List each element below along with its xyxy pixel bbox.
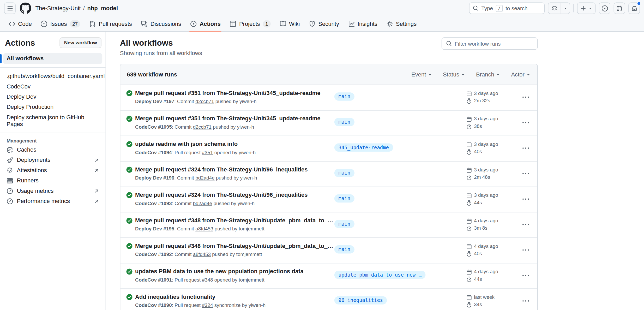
tab-security[interactable]: Security <box>305 16 343 31</box>
tab-insights[interactable]: Insights <box>344 16 381 31</box>
issues-header-button[interactable] <box>599 2 610 14</box>
new-workflow-button[interactable]: New workflow <box>59 37 101 48</box>
run-workflow-name: CodeCov #1093 <box>135 200 172 206</box>
runs-list: Merge pull request #351 from The-Strateg… <box>120 85 537 310</box>
branch-badge[interactable]: main <box>334 194 354 202</box>
workflow-runs-panel: 639 workflow runs Event Status Branch Ac… <box>120 64 538 310</box>
run-title-link[interactable]: Merge pull request #348 from The-Strateg… <box>135 217 334 224</box>
breadcrumb-repo-link[interactable]: nhp_model <box>87 5 118 11</box>
stopwatch-icon <box>466 225 472 231</box>
breadcrumb-org-link[interactable]: The-Strategy-Unit <box>35 5 81 11</box>
calendar-icon <box>466 167 472 173</box>
run-title-link[interactable]: Merge pull request #348 from The-Strateg… <box>135 242 334 250</box>
run-options-button[interactable] <box>521 143 531 153</box>
filter-branch[interactable]: Branch <box>476 71 500 78</box>
tab-actions[interactable]: Actions <box>186 16 224 31</box>
shield-icon <box>309 21 315 27</box>
run-options-button[interactable] <box>521 296 531 306</box>
sidebar-workflow-link[interactable]: .github/workflows/build_container.yaml <box>3 71 103 81</box>
filter-status[interactable]: Status <box>443 71 465 78</box>
runs-count: 639 workflow runs <box>127 71 177 78</box>
tab-settings[interactable]: Settings <box>383 16 420 31</box>
run-duration: 34s <box>474 301 482 308</box>
kebab-icon <box>522 170 529 177</box>
github-logo[interactable] <box>20 2 31 14</box>
kebab-icon <box>522 221 529 228</box>
global-search-input[interactable]: Type / to search <box>469 2 545 14</box>
tab-wiki[interactable]: Wiki <box>276 16 303 31</box>
copilot-menu-caret[interactable] <box>561 3 570 14</box>
sidebar-item-all-workflows[interactable]: All workflows <box>3 53 103 64</box>
create-new-button[interactable] <box>577 2 595 14</box>
inbox-button[interactable] <box>628 2 640 14</box>
run-ref-link[interactable]: #348 <box>202 277 213 283</box>
workflow-run-row: Merge pull request #324 from The-Strateg… <box>120 161 537 187</box>
run-title-link[interactable]: Merge pull request #324 from The-Strateg… <box>135 191 334 199</box>
tab-label: Insights <box>358 21 377 27</box>
github-actions-page: The-Strategy-Unit / nhp_model Type / to … <box>0 0 644 310</box>
sidebar-item-runners[interactable]: Runners <box>3 175 103 186</box>
sidebar-workflow-link[interactable]: Deploy Production <box>3 102 103 112</box>
run-title-link[interactable]: updates PBM data to use the new populati… <box>135 267 334 275</box>
filter-event[interactable]: Event <box>411 71 432 78</box>
run-ref-link[interactable]: a8fd453 <box>195 226 213 232</box>
branch-badge[interactable]: main <box>334 245 354 253</box>
tab-projects[interactable]: Projects 1 <box>226 16 274 31</box>
run-title-link[interactable]: Add inequalities functionality <box>135 293 334 301</box>
run-ref-link[interactable]: #324 <box>202 302 213 308</box>
run-ref-link[interactable]: a8fd453 <box>193 252 211 257</box>
sidebar-item-attestations[interactable]: Attestations <box>3 165 103 175</box>
run-options-button[interactable] <box>521 194 531 204</box>
run-ref-link[interactable]: bd2ad4e <box>195 175 215 181</box>
branch-badge[interactable]: main <box>334 118 354 126</box>
hamburger-menu-button[interactable] <box>4 2 16 14</box>
tab-issues[interactable]: Issues 27 <box>37 16 84 31</box>
sidebar-item-caches[interactable]: Caches <box>3 145 103 155</box>
filter-workflow-runs-input[interactable] <box>455 40 533 47</box>
pull-requests-header-button[interactable] <box>614 2 625 14</box>
run-ref-link[interactable]: bd2ad4e <box>193 200 212 206</box>
branch-badge[interactable]: main <box>334 169 354 177</box>
sidebar-item-deployments[interactable]: Deployments <box>3 155 103 165</box>
run-ref-link[interactable]: d2ccb71 <box>195 99 214 104</box>
sidebar-item-performance-metrics[interactable]: Performance metrics <box>3 196 103 206</box>
run-duration: 40s <box>474 250 482 257</box>
run-options-button[interactable] <box>521 92 531 102</box>
slash-key-hint: / <box>496 5 503 12</box>
tab-code[interactable]: Code <box>5 16 35 31</box>
workflow-run-row: Merge pull request #351 from The-Strateg… <box>120 110 537 136</box>
run-title-link[interactable]: Merge pull request #351 from The-Strateg… <box>135 89 334 97</box>
branch-badge[interactable]: 345_update-readme <box>334 143 393 151</box>
run-options-button[interactable] <box>521 169 531 178</box>
run-options-button[interactable] <box>521 245 531 255</box>
run-ref-link[interactable]: #351 <box>202 150 213 155</box>
branch-badge[interactable]: main <box>334 220 354 228</box>
management-list: Caches Deployments Attestations Runners … <box>3 145 103 206</box>
sidebar-workflow-link[interactable]: CodeCov <box>3 81 103 92</box>
run-title-link[interactable]: Merge pull request #324 from The-Strateg… <box>135 166 334 174</box>
branch-badge[interactable]: update_pbm_data_to_use_new_… <box>334 271 426 279</box>
run-timing: 3 days ago 2m 48s <box>466 166 520 181</box>
run-title-link[interactable]: Merge pull request #351 from The-Strateg… <box>135 115 334 122</box>
filter-actor[interactable]: Actor <box>511 71 531 78</box>
branch-badge[interactable]: 96_inequalities <box>334 296 387 304</box>
filter-workflow-runs-box[interactable] <box>442 37 538 50</box>
tab-pull-requests[interactable]: Pull requests <box>86 16 136 31</box>
run-options-button[interactable] <box>521 220 531 230</box>
branch-badge[interactable]: main <box>334 92 354 100</box>
sidebar-item-usage-metrics[interactable]: Usage metrics <box>3 186 103 196</box>
run-ref-link[interactable]: d2ccb71 <box>193 124 212 130</box>
sidebar-workflow-link[interactable]: Deploy Dev <box>3 92 103 102</box>
sidebar-workflow-link[interactable]: Deploy schema.json to GitHub Pages <box>3 112 103 129</box>
stopwatch-icon <box>466 98 472 104</box>
run-title-link[interactable]: update readme with json schema info <box>135 140 334 148</box>
copilot-button[interactable] <box>548 2 570 14</box>
run-options-button[interactable] <box>521 118 531 128</box>
tab-label: Issues <box>50 21 67 27</box>
calendar-icon <box>466 91 472 96</box>
tab-discussions[interactable]: Discussions <box>137 16 185 31</box>
filter-label: Event <box>411 71 426 78</box>
run-options-button[interactable] <box>521 271 531 281</box>
kebab-icon <box>522 247 529 253</box>
code-icon <box>9 21 15 27</box>
